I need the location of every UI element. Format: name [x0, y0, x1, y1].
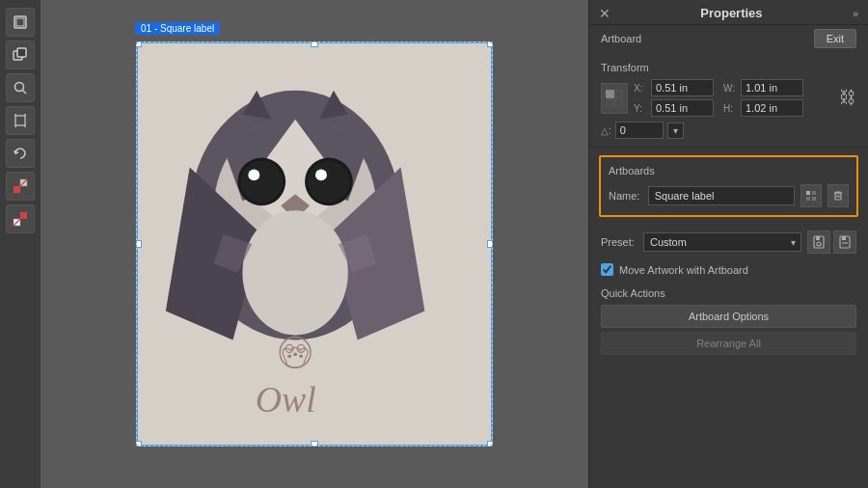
svg-point-48	[817, 242, 821, 246]
preset-row: Preset: Custom Letter A4 Tabloid Legal	[589, 225, 868, 259]
swap-fill-btn[interactable]	[6, 204, 35, 233]
svg-rect-38	[608, 92, 612, 96]
y-field: Y:	[634, 99, 714, 117]
svg-rect-47	[816, 236, 820, 240]
artboards-section: Artboards Name:	[599, 155, 858, 217]
transform-reference-icon[interactable]	[601, 83, 628, 114]
quick-actions-title: Quick Actions	[601, 287, 856, 299]
artboard-section-label: Artboard	[601, 33, 641, 44]
transform-title: Transform	[601, 62, 856, 73]
name-label: Name:	[609, 190, 642, 202]
panel-title: Properties	[700, 6, 762, 20]
artboard-wrapper: 01 - Square label	[136, 41, 493, 447]
svg-rect-41	[806, 197, 810, 201]
svg-point-22	[248, 169, 259, 180]
artboard-header-section: Artboard Exit	[589, 25, 868, 54]
artboard-tool-btn[interactable]	[6, 106, 35, 135]
svg-point-21	[240, 160, 283, 203]
svg-point-31	[287, 354, 291, 358]
y-label: Y:	[634, 103, 647, 114]
svg-point-26	[242, 210, 347, 335]
svg-rect-50	[842, 236, 846, 240]
svg-rect-39	[806, 191, 810, 195]
svg-point-25	[315, 169, 327, 180]
move-artwork-checkbox[interactable]	[601, 263, 613, 276]
exit-button[interactable]: Exit	[814, 29, 856, 48]
svg-rect-42	[812, 197, 816, 201]
preset-dropdown[interactable]: Custom Letter A4 Tabloid Legal	[643, 232, 801, 252]
fill-no-fill-btn[interactable]	[6, 172, 35, 201]
canvas-area: 01 - Square label	[41, 0, 588, 488]
svg-point-24	[308, 160, 350, 203]
angle-label: △:	[601, 125, 611, 136]
h-input[interactable]	[741, 99, 803, 117]
right-panel: ✕ Properties » Artboard Exit Transform	[588, 0, 868, 488]
preset-label: Preset:	[601, 236, 637, 248]
left-toolbar	[0, 0, 41, 488]
svg-rect-43	[835, 193, 841, 200]
rearrange-all-btn[interactable]: Rearrange All	[601, 332, 856, 355]
w-field: W:	[723, 79, 803, 96]
svg-line-5	[23, 91, 27, 95]
move-artwork-label: Move Artwork with Artboard	[619, 264, 748, 276]
artboard-navigate-btn[interactable]	[800, 184, 822, 207]
x-field: X:	[634, 79, 714, 96]
artboards-section-title: Artboards	[609, 165, 849, 176]
panel-header: ✕ Properties »	[589, 0, 868, 25]
artboard-options-btn[interactable]: Artboard Options	[601, 305, 856, 328]
angle-field: △: ▾	[601, 122, 684, 139]
svg-point-4	[15, 83, 24, 92]
svg-rect-6	[15, 116, 25, 125]
undo-tool-btn[interactable]	[6, 139, 35, 168]
select-tool-btn[interactable]	[6, 8, 35, 37]
duplicate-tool-btn[interactable]	[6, 41, 35, 69]
x-label: X:	[634, 83, 647, 94]
w-input[interactable]	[741, 79, 803, 96]
svg-rect-1	[16, 18, 24, 26]
y-input[interactable]	[651, 99, 714, 117]
svg-rect-36	[607, 99, 613, 106]
panel-close-btn[interactable]: ✕	[599, 7, 610, 20]
x-input[interactable]	[651, 79, 714, 96]
save-preset-btn[interactable]	[807, 230, 830, 254]
move-artwork-row: Move Artwork with Artboard	[589, 259, 868, 282]
lock-proportions-icon[interactable]: ⛓	[839, 88, 856, 108]
svg-rect-37	[615, 99, 622, 106]
h-field: H:	[723, 99, 803, 117]
angle-dropdown-btn[interactable]: ▾	[667, 122, 684, 139]
artboard-name-input[interactable]	[648, 186, 795, 205]
panel-body: Artboard Exit Transform	[589, 25, 868, 488]
artboard-delete-btn[interactable]	[827, 184, 849, 207]
svg-text:Owl: Owl	[256, 379, 316, 420]
preset-select[interactable]: Custom Letter A4 Tabloid Legal	[643, 232, 801, 252]
transform-section: Transform X:	[589, 54, 868, 148]
w-label: W:	[723, 83, 737, 94]
artboard-label: 01 - Square label	[135, 22, 220, 35]
artboard[interactable]: Owl	[136, 41, 493, 447]
svg-point-32	[299, 354, 303, 358]
save-icons	[807, 230, 856, 254]
h-label: H:	[723, 103, 737, 114]
delete-preset-btn[interactable]	[833, 230, 856, 254]
svg-rect-35	[615, 91, 622, 97]
zoom-tool-btn[interactable]	[6, 73, 35, 102]
svg-rect-3	[17, 48, 26, 57]
svg-rect-40	[812, 191, 816, 195]
quick-actions-section: Quick Actions Artboard Options Rearrange…	[589, 282, 868, 366]
artboard-name-row: Name:	[609, 184, 849, 207]
panel-collapse-btn[interactable]: »	[853, 8, 858, 19]
svg-point-30	[293, 352, 297, 356]
angle-input[interactable]	[615, 122, 664, 139]
